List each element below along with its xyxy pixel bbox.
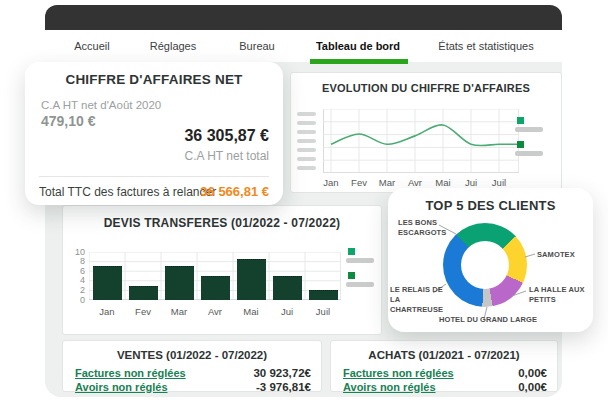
bar-mai bbox=[237, 259, 266, 300]
bar-chart-y-axis: 1086420 bbox=[65, 252, 85, 300]
evolution-line-chart bbox=[323, 109, 519, 173]
avoirs-non-regles-value: 0,00€ bbox=[518, 381, 547, 393]
client-label-la-halle-aux-petits: LA HALLE AUX PETITS bbox=[529, 285, 589, 305]
factures-non-reglees-value: 30 923,72€ bbox=[253, 367, 311, 379]
legend-redacted-text bbox=[346, 258, 374, 263]
ventes-row: Factures non réglées 30 923,72€ bbox=[75, 366, 311, 379]
bar-mar bbox=[165, 266, 194, 300]
x-tick-label: Mar bbox=[161, 306, 197, 317]
ca-month-label: C.A HT net d'Août 2020 bbox=[41, 99, 161, 111]
devis-bar-chart bbox=[89, 252, 341, 300]
tab-reglages[interactable]: Réglages bbox=[150, 30, 196, 62]
avoirs-non-regles-value: -3 976,81€ bbox=[256, 381, 311, 393]
client-label-les-bons-escargots: LES BONS ESCARGOTS bbox=[398, 218, 460, 238]
chiffre-affaires-card: CHIFFRE D'AFFAIRES NET C.A HT net d'Août… bbox=[25, 62, 283, 205]
x-tick-label: Jan bbox=[89, 306, 125, 317]
ca-total-value: 36 305,87 € bbox=[184, 127, 269, 145]
avoirs-non-regles-link[interactable]: Avoirs non réglés bbox=[343, 381, 436, 393]
x-tick-label: Jan bbox=[317, 177, 345, 188]
tab-tableau-de-bord[interactable]: Tableau de bord bbox=[316, 30, 400, 62]
divider bbox=[39, 176, 269, 177]
top5-clients-card: TOP 5 DES CLIENTS LES BONS ESCARGOTS SAM… bbox=[388, 188, 593, 332]
y-tick-label: 8 bbox=[65, 257, 85, 266]
y-tick-label: 0 bbox=[65, 296, 85, 305]
legend-swatch bbox=[348, 272, 355, 279]
achats-card: ACHATS (01/2021 - 07/2021) Factures non … bbox=[330, 340, 558, 392]
x-tick-label: Juil bbox=[485, 177, 513, 188]
evolution-legend bbox=[515, 117, 543, 165]
x-tick-label: Juil bbox=[305, 306, 341, 317]
legend-redacted-text bbox=[515, 127, 543, 132]
tab-bureau[interactable]: Bureau bbox=[239, 30, 274, 62]
evolution-card: EVOLUTION DU CHIFFRE D'AFFAIRES JanFevMa… bbox=[290, 72, 562, 193]
ventes-row: Avoirs non réglés -3 976,81€ bbox=[75, 380, 311, 393]
factures-non-reglees-link[interactable]: Factures non réglées bbox=[343, 367, 454, 379]
card-title: EVOLUTION DU CHIFFRE D'AFFAIRES bbox=[291, 82, 561, 94]
tab-etats-et-statistiques[interactable]: États et statistiques bbox=[438, 30, 533, 62]
factures-non-reglees-value: 0,00€ bbox=[518, 367, 547, 379]
legend-swatch bbox=[517, 141, 524, 148]
y-axis-redacted-labels bbox=[297, 112, 316, 175]
tab-accueil[interactable]: Accueil bbox=[74, 30, 109, 62]
factures-non-reglees-link[interactable]: Factures non réglées bbox=[75, 367, 186, 379]
legend-item bbox=[346, 248, 374, 263]
x-tick-label: Jui bbox=[269, 306, 305, 317]
relance-label: Total TTC des factures à relancer bbox=[39, 185, 216, 199]
legend-item bbox=[346, 272, 374, 287]
devis-transferes-card: DEVIS TRANSFERES (01/2022 - 07/2022) 108… bbox=[62, 205, 382, 335]
ca-month-value: 479,10 € bbox=[41, 113, 96, 129]
bar-jan bbox=[93, 266, 122, 300]
ca-total-label: C.A HT net total bbox=[185, 149, 270, 163]
bar-jui bbox=[273, 276, 302, 300]
bar-avr bbox=[201, 276, 230, 300]
legend-swatch bbox=[348, 248, 355, 255]
x-tick-label: Mai bbox=[429, 177, 457, 188]
legend-redacted-text bbox=[515, 151, 543, 156]
nav-tab-bar: Accueil Réglages Bureau Tableau de bord … bbox=[45, 30, 562, 62]
active-tab-underline bbox=[310, 59, 408, 64]
card-title: VENTES (01/2022 - 07/2022) bbox=[63, 349, 321, 361]
achats-row: Avoirs non réglés 0,00€ bbox=[343, 380, 547, 393]
legend-redacted-text bbox=[346, 282, 374, 287]
bar-chart-x-labels: JanFevMarAvrMaiJuiJuil bbox=[89, 306, 341, 317]
x-tick-label: Avr bbox=[401, 177, 429, 188]
bar-fev bbox=[129, 286, 158, 300]
legend-item bbox=[515, 117, 543, 132]
legend-item bbox=[515, 141, 543, 156]
y-tick-label: 2 bbox=[65, 286, 85, 295]
card-title: ACHATS (01/2021 - 07/2021) bbox=[331, 349, 557, 361]
devis-legend bbox=[346, 248, 374, 296]
client-label-hotel-du-grand-large: HOTEL DU GRAND LARGE bbox=[423, 315, 553, 325]
client-label-le-relais-de-la-chartreuse: LE RELAIS DE LA CHARTREUSE bbox=[390, 285, 450, 314]
relance-value: 36 566,81 € bbox=[200, 184, 269, 199]
x-tick-label: Jui bbox=[457, 177, 485, 188]
client-label-samotex: SAMOTEX bbox=[537, 250, 589, 260]
x-tick-label: Fev bbox=[125, 306, 161, 317]
window-titlebar bbox=[45, 5, 562, 30]
x-tick-label: Mar bbox=[373, 177, 401, 188]
x-tick-label: Mai bbox=[233, 306, 269, 317]
bar-juil bbox=[309, 290, 338, 300]
x-tick-label: Fev bbox=[345, 177, 373, 188]
dashboard-screenshot: Accueil Réglages Bureau Tableau de bord … bbox=[0, 0, 608, 405]
y-tick-label: 4 bbox=[65, 276, 85, 285]
ventes-card: VENTES (01/2022 - 07/2022) Factures non … bbox=[62, 340, 322, 392]
card-title: CHIFFRE D'AFFAIRES NET bbox=[25, 72, 283, 87]
achats-row: Factures non réglées 0,00€ bbox=[343, 366, 547, 379]
x-tick-label: Avr bbox=[197, 306, 233, 317]
legend-swatch bbox=[517, 117, 524, 124]
avoirs-non-regles-link[interactable]: Avoirs non réglés bbox=[75, 381, 168, 393]
card-title: DEVIS TRANSFERES (01/2022 - 07/2022) bbox=[63, 216, 381, 230]
